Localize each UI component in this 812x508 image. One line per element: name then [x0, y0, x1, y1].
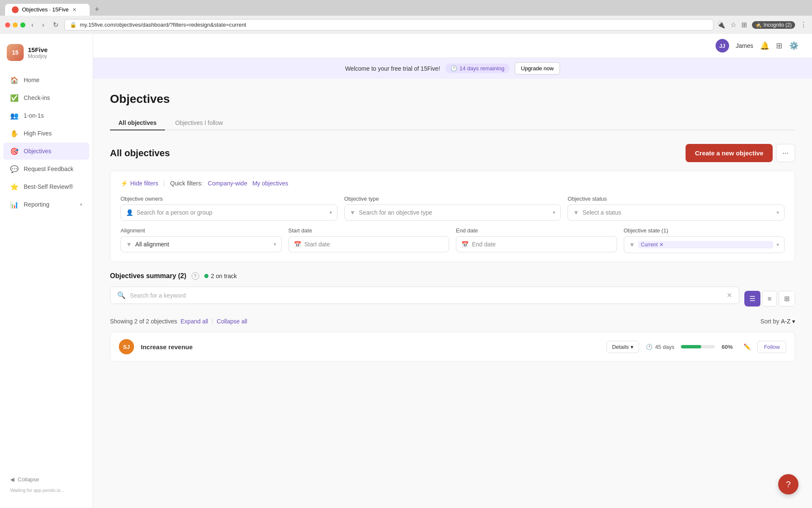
request-feedback-icon: 💬: [10, 165, 19, 173]
state-tag: Current ✕: [638, 241, 773, 248]
on-track-dot: [204, 274, 208, 278]
split-view-icon[interactable]: ⊞: [741, 21, 747, 29]
owners-filter-dropdown[interactable]: 👤 Search for a person or group ▾: [121, 204, 337, 221]
create-objective-button[interactable]: Create a new objective: [686, 144, 773, 162]
status-filter-dropdown[interactable]: ▼ Select a status ▾: [568, 204, 785, 221]
tab-objectives-i-follow[interactable]: Objectives I follow: [167, 116, 231, 130]
tab-title: Objectives · 15Five: [22, 6, 69, 13]
state-filter-value: Current ✕: [638, 241, 773, 248]
calendar-icon-start: 📅: [294, 241, 301, 248]
company-wide-filter[interactable]: Company-wide: [208, 180, 247, 187]
maximize-traffic-light[interactable]: [20, 22, 25, 28]
alignment-filter-dropdown[interactable]: ▼ All alignment ▾: [121, 236, 282, 252]
collapse-button[interactable]: ◀ Collapse: [7, 473, 86, 486]
sidebar-item-home[interactable]: 🏠 Home: [3, 72, 89, 88]
user-name: Moodjoy: [28, 53, 48, 59]
objective-actions: Details ▾ 🕐 45 days 60% ✏️ Follow: [606, 341, 786, 353]
hide-filters-button[interactable]: ⚡ Hide filters: [121, 180, 158, 187]
state-filter-dropdown[interactable]: ▼ Current ✕ ▾: [624, 236, 785, 253]
details-button[interactable]: Details ▾: [606, 341, 639, 353]
grid-view-button[interactable]: ⊞: [779, 291, 795, 306]
close-traffic-light[interactable]: [5, 22, 10, 28]
menu-icon[interactable]: ⋮: [800, 21, 807, 29]
minimize-traffic-light[interactable]: [13, 22, 18, 28]
my-objectives-filter[interactable]: My objectives: [252, 180, 288, 187]
end-date-filter-input[interactable]: 📅 End date: [456, 236, 617, 252]
tab-close-button[interactable]: ✕: [72, 7, 77, 13]
start-date-filter: Start date 📅 Start date: [288, 227, 450, 253]
address-bar[interactable]: 🔒 my.15five.com/objectives/dashboard/?fi…: [64, 19, 714, 30]
reload-button[interactable]: ↻: [50, 20, 61, 30]
keyword-search-input[interactable]: [130, 292, 722, 299]
collapse-all-link[interactable]: Collapse all: [217, 318, 247, 325]
back-button[interactable]: ‹: [29, 20, 36, 30]
1on1s-icon: 👥: [10, 111, 19, 120]
sort-by: Sort by A-Z ▾: [760, 318, 795, 325]
follow-button[interactable]: Follow: [757, 341, 786, 353]
sidebar-item-label: Request Feedback: [24, 166, 74, 172]
summary-help-icon[interactable]: ?: [192, 272, 199, 280]
more-options-button[interactable]: ···: [776, 144, 795, 162]
help-fab-button[interactable]: ?: [778, 474, 798, 494]
owners-chevron-icon: ▾: [329, 210, 332, 215]
incognito-badge[interactable]: 🕵 Incognito (2): [752, 21, 795, 29]
sort-link[interactable]: A-Z ▾: [781, 318, 795, 325]
keyword-search-bar[interactable]: 🔍 ✕: [110, 287, 739, 304]
state-filter-icon: ▼: [629, 241, 635, 248]
tab-all-objectives[interactable]: All objectives: [110, 116, 165, 130]
new-tab-button[interactable]: +: [91, 3, 103, 16]
type-filter-icon: ▼: [350, 209, 356, 216]
filter-panel: ⚡ Hide filters | Quick filters: Company-…: [110, 171, 795, 262]
lock-icon: 🔒: [70, 22, 77, 28]
traffic-lights: [5, 22, 25, 28]
state-chevron-icon: ▾: [776, 242, 779, 248]
sidebar-item-label: Home: [24, 77, 39, 83]
company-logo-icon: 15: [7, 44, 24, 61]
extensions-icon[interactable]: 🔌: [717, 21, 725, 29]
alignment-filter-value: All alignment: [135, 241, 270, 248]
compact-view-button[interactable]: ≡: [762, 291, 777, 306]
expand-all-link[interactable]: Expand all: [181, 318, 208, 325]
start-date-filter-input[interactable]: 📅 Start date: [288, 236, 450, 252]
status-filter-placeholder: Select a status: [582, 209, 773, 216]
forward-button[interactable]: ›: [39, 20, 47, 30]
list-view-button[interactable]: ☰: [744, 291, 760, 306]
type-filter-label: Objective type: [344, 196, 561, 202]
filter-row-1: Objective owners 👤 Search for a person o…: [121, 196, 785, 221]
state-filter-label: Objective state (1): [624, 227, 785, 234]
sidebar-item-check-ins[interactable]: ✅ Check-ins: [3, 89, 89, 106]
search-clear-button[interactable]: ✕: [727, 291, 732, 299]
objective-state-filter: Objective state (1) ▼ Current ✕ ▾: [624, 227, 785, 253]
sidebar-logo: 15 15Five Moodjoy: [0, 41, 93, 71]
trial-days-badge: 🕐 14 days remaining: [445, 64, 510, 73]
quick-filters-label: Quick filters:: [170, 180, 203, 187]
state-tag-remove[interactable]: ✕: [659, 242, 664, 248]
grid-view-icon[interactable]: ⊞: [776, 41, 782, 50]
sidebar-item-reporting[interactable]: 📊 Reporting ▾: [3, 196, 89, 213]
objective-row: SJ Increase revenue Details ▾ 🕐 45 days …: [110, 332, 795, 362]
alignment-chevron-icon: ▾: [274, 241, 276, 247]
sidebar-item-objectives[interactable]: 🎯 Objectives: [3, 143, 89, 160]
browser-tab[interactable]: Objectives · 15Five ✕: [5, 4, 90, 16]
filter-icon: ⚡: [121, 180, 128, 187]
sidebar-item-label: Best-Self Review®: [24, 183, 73, 190]
objective-avatar: SJ: [119, 339, 134, 354]
type-filter-dropdown[interactable]: ▼ Search for an objective type ▾: [344, 204, 561, 221]
progress-bar-fill: [681, 345, 701, 348]
days-info: 🕐 45 days: [646, 344, 675, 350]
filter-divider: |: [163, 179, 165, 187]
sidebar-item-best-self-review[interactable]: ⭐ Best-Self Review®: [3, 178, 89, 195]
settings-icon[interactable]: ⚙️: [789, 41, 798, 50]
sidebar-item-1on1s[interactable]: 👥 1-on-1s: [3, 107, 89, 124]
sidebar-item-request-feedback[interactable]: 💬 Request Feedback: [3, 160, 89, 177]
notifications-icon[interactable]: 🔔: [760, 41, 769, 50]
on-track-indicator: 2 on track: [204, 273, 237, 279]
status-chevron-icon: ▾: [776, 210, 779, 215]
end-date-placeholder: End date: [472, 241, 612, 248]
upgrade-button[interactable]: Upgrade now: [515, 62, 560, 75]
main-content: JJ James 🔔 ⊞ ⚙️ Welcome to your free tri…: [93, 34, 812, 508]
objective-title: Increase revenue: [141, 343, 600, 351]
sidebar-item-high-fives[interactable]: ✋ High Fives: [3, 125, 89, 142]
bookmark-icon[interactable]: ☆: [730, 21, 736, 29]
owners-filter-placeholder: Search for a person or group: [137, 209, 326, 216]
